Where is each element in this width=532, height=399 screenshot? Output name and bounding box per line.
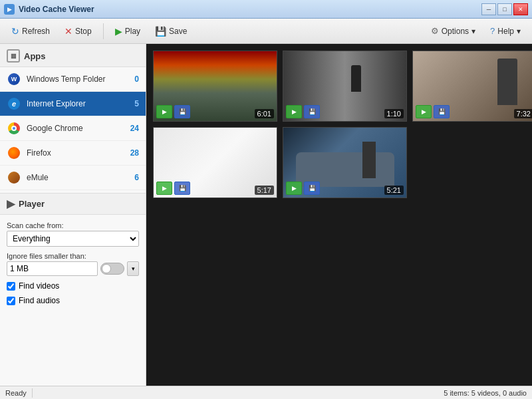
player-header: ▶ Player bbox=[7, 198, 139, 210]
save-icon: 💾 bbox=[155, 26, 166, 37]
emule-icon-container bbox=[7, 170, 21, 185]
stop-button[interactable]: ✕ Stop bbox=[59, 23, 98, 40]
firefox-icon-container bbox=[7, 146, 21, 160]
close-button[interactable]: ✕ bbox=[513, 3, 528, 15]
video-2-save-btn[interactable]: 💾 bbox=[304, 105, 320, 118]
video-4-save-btn[interactable]: 💾 bbox=[174, 182, 190, 195]
sidebar-item-google-chrome[interactable]: Google Chrome 24 bbox=[0, 116, 146, 141]
windows-temp-icon: W bbox=[7, 72, 21, 86]
windows-temp-label: Windows Temp Folder bbox=[27, 74, 129, 84]
video-row-1: ▶ 💾 6:01 ▶ 💾 1:10 bbox=[153, 51, 525, 122]
ignore-size-section: Ignore files smaller than: ▾ bbox=[7, 252, 139, 276]
find-videos-row: Find videos bbox=[7, 281, 139, 291]
stop-icon: ✕ bbox=[65, 26, 72, 37]
toggle-button[interactable] bbox=[100, 263, 124, 275]
play-icon: ▶ bbox=[115, 26, 122, 37]
scan-from-section: Scan cache from: Everything bbox=[7, 221, 139, 247]
stop-label: Stop bbox=[75, 27, 92, 36]
options-label: Options bbox=[442, 27, 469, 36]
chrome-count: 24 bbox=[130, 124, 139, 133]
main-content: ▦ Apps W Windows Temp Folder 0 e Interne… bbox=[0, 44, 532, 386]
firefox-count: 28 bbox=[130, 148, 139, 158]
help-icon: ? bbox=[490, 26, 495, 36]
sidebar-item-windows-temp[interactable]: W Windows Temp Folder 0 bbox=[0, 67, 146, 92]
video-5-play-btn[interactable]: ▶ bbox=[286, 182, 302, 195]
video-1-play-btn[interactable]: ▶ bbox=[156, 105, 172, 118]
video-thumb-3[interactable]: ▶ 💾 7:32 bbox=[412, 51, 532, 122]
video-3-play-btn[interactable]: ▶ bbox=[416, 105, 432, 118]
video-1-duration: 6:01 bbox=[255, 109, 274, 118]
toggle-knob bbox=[102, 264, 111, 273]
help-label: Help bbox=[497, 27, 514, 36]
ignore-dropdown-button[interactable]: ▾ bbox=[127, 261, 139, 276]
toolbar: ↻ Refresh ✕ Stop ▶ Play 💾 Save ⚙ Options… bbox=[0, 19, 532, 44]
scan-from-select[interactable]: Everything bbox=[7, 231, 139, 247]
ignore-value-input[interactable] bbox=[7, 261, 98, 276]
video-thumb-4[interactable]: ▶ 💾 5:17 bbox=[153, 127, 277, 198]
find-videos-checkbox[interactable] bbox=[7, 282, 15, 291]
apps-section-header: ▦ Apps bbox=[0, 44, 146, 67]
ignore-label: Ignore files smaller than: bbox=[7, 252, 139, 260]
video-5-controls: ▶ 💾 bbox=[286, 182, 320, 195]
options-button[interactable]: ⚙ Options ▾ bbox=[425, 23, 481, 39]
video-4-play-btn[interactable]: ▶ bbox=[156, 182, 172, 195]
refresh-button[interactable]: ↻ Refresh bbox=[5, 23, 56, 40]
status-separator bbox=[32, 388, 33, 398]
video-1-controls: ▶ 💾 bbox=[156, 105, 190, 118]
save-label: Save bbox=[169, 27, 187, 36]
firefox-label: Firefox bbox=[27, 148, 125, 158]
status-ready: Ready bbox=[5, 389, 27, 397]
gear-icon: ⚙ bbox=[431, 26, 439, 36]
sidebar-item-firefox[interactable]: Firefox 28 bbox=[0, 141, 146, 166]
room-figure bbox=[497, 59, 517, 105]
player-play-icon: ▶ bbox=[7, 198, 15, 210]
options-dropdown-icon: ▾ bbox=[471, 27, 475, 36]
windows-temp-count: 0 bbox=[134, 74, 139, 84]
video-2-play-btn[interactable]: ▶ bbox=[286, 105, 302, 118]
app-icon: ▶ bbox=[4, 4, 15, 15]
help-button[interactable]: ? Help ▾ bbox=[484, 23, 527, 39]
emule-count: 6 bbox=[134, 173, 139, 182]
find-audios-checkbox[interactable] bbox=[7, 297, 15, 305]
video-area: ▶ 💾 6:01 ▶ 💾 1:10 bbox=[146, 44, 532, 386]
video-4-duration: 5:17 bbox=[255, 186, 274, 195]
apps-section-icon: ▦ bbox=[7, 49, 20, 63]
find-audios-label: Find audios bbox=[19, 296, 60, 305]
player-section: ▶ Player bbox=[0, 193, 146, 215]
video-1-save-btn[interactable]: 💾 bbox=[174, 105, 190, 118]
video-3-controls: ▶ 💾 bbox=[416, 105, 450, 118]
toolbar-separator-1 bbox=[103, 23, 104, 39]
player-label: Player bbox=[19, 199, 45, 209]
minimize-button[interactable]: ─ bbox=[481, 3, 496, 15]
chrome-label: Google Chrome bbox=[27, 124, 125, 133]
ie-label: Internet Explorer bbox=[27, 99, 129, 108]
status-items-info: 5 items: 5 videos, 0 audio bbox=[444, 389, 527, 397]
video-2-duration: 1:10 bbox=[384, 109, 404, 118]
corridor-figure bbox=[351, 65, 361, 92]
title-bar: ▶ Video Cache Viewer ─ □ ✕ bbox=[0, 0, 532, 19]
video-2-controls: ▶ 💾 bbox=[286, 105, 320, 118]
scan-from-label: Scan cache from: bbox=[7, 221, 139, 229]
maximize-button[interactable]: □ bbox=[497, 3, 512, 15]
save-button[interactable]: 💾 Save bbox=[149, 23, 193, 40]
ie-count: 5 bbox=[134, 99, 139, 108]
title-bar-left: ▶ Video Cache Viewer bbox=[4, 4, 94, 15]
apps-section-label: Apps bbox=[24, 51, 46, 61]
chrome-icon-container bbox=[7, 121, 21, 136]
video-thumb-1[interactable]: ▶ 💾 6:01 bbox=[153, 51, 277, 122]
options-panel: Scan cache from: Everything Ignore files… bbox=[0, 215, 146, 386]
video-thumb-2[interactable]: ▶ 💾 1:10 bbox=[283, 51, 407, 122]
refresh-label: Refresh bbox=[22, 27, 50, 36]
sidebar-item-internet-explorer[interactable]: e Internet Explorer 5 bbox=[0, 92, 146, 116]
ie-icon-container: e bbox=[7, 96, 21, 111]
car-figure bbox=[362, 142, 376, 178]
status-bar: Ready 5 items: 5 videos, 0 audio bbox=[0, 386, 532, 399]
video-thumb-5[interactable]: ▶ 💾 5:21 bbox=[283, 127, 407, 198]
window-controls: ─ □ ✕ bbox=[481, 3, 528, 15]
sidebar-item-emule[interactable]: eMule 6 bbox=[0, 166, 146, 190]
video-row-2: ▶ 💾 5:17 ▶ 💾 5:21 bbox=[153, 127, 525, 198]
refresh-icon: ↻ bbox=[11, 26, 19, 37]
video-5-save-btn[interactable]: 💾 bbox=[304, 182, 320, 195]
play-button[interactable]: ▶ Play bbox=[109, 23, 146, 40]
video-3-save-btn[interactable]: 💾 bbox=[434, 105, 450, 118]
